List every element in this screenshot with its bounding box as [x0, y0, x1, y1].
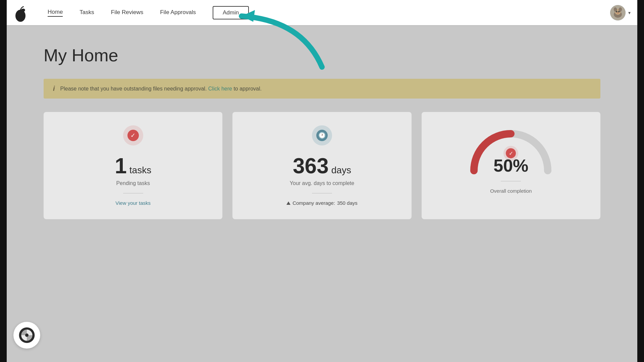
nav-link-file-reviews[interactable]: File Reviews [111, 9, 143, 16]
days-subtitle: Your avg. days to complete [290, 180, 354, 186]
notification-link[interactable]: Click here [208, 86, 232, 92]
avatar-chevron: ▾ [628, 10, 631, 15]
company-avg-value: 350 days [337, 200, 358, 206]
svg-point-12 [25, 334, 29, 337]
company-avg-label: Company average: [292, 200, 335, 206]
company-avg: Company average: 350 days [286, 200, 358, 206]
navbar: Home Tasks File Reviews File Approvals A… [0, 0, 644, 25]
info-icon: i [53, 85, 55, 93]
tasks-divider [123, 193, 143, 193]
page-title: My Home [44, 45, 600, 65]
tasks-subtitle: Pending tasks [116, 180, 150, 186]
gauge-percent: 50% [493, 156, 528, 176]
days-divider [312, 193, 332, 193]
days-icon-circle: 🕐 [312, 125, 332, 145]
left-border [0, 0, 7, 362]
nav-link-admin[interactable]: Admin [213, 6, 249, 19]
svg-point-8 [618, 11, 620, 12]
triangle-up-icon [286, 201, 290, 205]
completion-card: ✓ 50% Overall completion [422, 112, 600, 219]
nav-link-file-approvals[interactable]: File Approvals [160, 9, 196, 16]
svg-point-7 [616, 11, 618, 12]
checkmark-icon: ✓ [127, 130, 139, 141]
nav-link-tasks[interactable]: Tasks [79, 9, 94, 16]
notification-text: Please note that you have outstanding fi… [60, 86, 262, 92]
bottom-logo[interactable] [13, 322, 40, 349]
completion-divider [501, 181, 521, 181]
days-number: 363 [293, 154, 329, 178]
tasks-unit: tasks [129, 165, 151, 176]
cards-row: ✓ 1 tasks Pending tasks View your tasks … [44, 112, 600, 219]
nav-link-home[interactable]: Home [48, 9, 63, 17]
completion-label: Overall completion [490, 188, 532, 194]
notification-banner: i Please note that you have outstanding … [44, 79, 600, 99]
days-unit: days [331, 165, 351, 176]
tasks-number: 1 [115, 154, 127, 178]
right-border [637, 0, 644, 362]
view-tasks-link[interactable]: View your tasks [115, 200, 151, 206]
days-card: 🕐 363 days Your avg. days to complete Co… [232, 112, 411, 219]
days-stat-row: 363 days [293, 154, 351, 178]
app-logo[interactable] [13, 6, 28, 20]
tasks-card: ✓ 1 tasks Pending tasks View your tasks [44, 112, 222, 219]
svg-point-9 [616, 12, 619, 14]
tasks-stat-row: 1 tasks [115, 154, 151, 178]
avatar [610, 5, 626, 20]
gauge-container: ✓ 50% [464, 122, 558, 176]
user-avatar-area[interactable]: ▾ [610, 5, 631, 20]
nav-links: Home Tasks File Reviews File Approvals A… [48, 6, 610, 19]
tasks-icon-circle: ✓ [123, 125, 143, 145]
clock-icon: 🕐 [316, 130, 328, 141]
main-content: My Home i Please note that you have outs… [0, 25, 644, 219]
